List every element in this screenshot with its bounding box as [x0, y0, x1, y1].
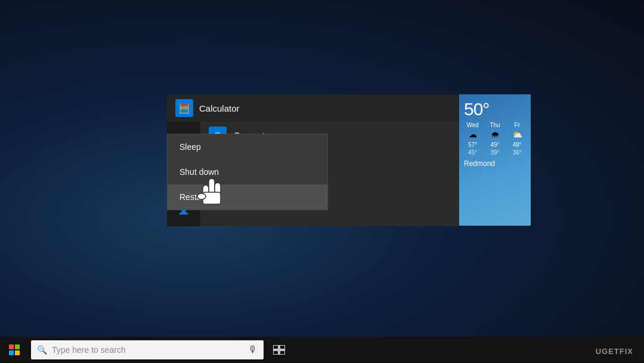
task-view-button[interactable]: [266, 337, 292, 363]
restart-option[interactable]: Restart: [168, 184, 327, 210]
svg-rect-6: [15, 344, 20, 349]
calculator-icon: 🧮: [175, 99, 193, 117]
power-submenu: Sleep Shut down Restart: [167, 134, 328, 210]
weather-day-3: Fr: [506, 122, 528, 128]
svg-rect-12: [280, 350, 285, 355]
svg-rect-8: [15, 350, 20, 355]
weather-icon-1: ☁: [462, 130, 484, 139]
svg-rect-11: [273, 350, 278, 355]
weather-icon-3: ⛅: [506, 130, 528, 139]
search-placeholder: Type here to search: [52, 345, 243, 355]
weather-low-3: 36°: [506, 149, 528, 156]
shutdown-option[interactable]: Shut down: [168, 159, 327, 184]
watermark: UGETFIX: [596, 347, 633, 356]
search-icon: 🔍: [37, 345, 47, 355]
weather-tile: 50° Wed Thu Fr ☁ 🌧 ⛅ 57° 49° 48° 45° 39°…: [459, 94, 531, 226]
weather-icons-row: ☁ 🌧 ⛅: [459, 128, 531, 140]
microphone-icon[interactable]: 🎙: [248, 344, 258, 355]
svg-rect-10: [280, 345, 285, 349]
weather-low-2: 39°: [484, 149, 506, 156]
svg-rect-5: [9, 344, 14, 349]
weather-temperature: 50°: [459, 94, 531, 119]
weather-low-1: 45°: [462, 149, 484, 156]
weather-icon-2: 🌧: [484, 130, 506, 139]
taskbar: 🔍 Type here to search 🎙: [0, 337, 644, 363]
weather-city: Redmond: [459, 156, 531, 171]
search-bar[interactable]: 🔍 Type here to search 🎙: [31, 340, 264, 359]
start-menu-top-strip: 🧮 Calculator: [167, 94, 459, 122]
start-button[interactable]: [0, 337, 29, 363]
weather-day-2: Thu: [484, 122, 506, 128]
weather-lows-row: 45° 39° 36°: [459, 149, 531, 156]
weather-high-2: 49°: [484, 141, 506, 148]
desktop: 50° Wed Thu Fr ☁ 🌧 ⛅ 57° 49° 48° 45° 39°…: [0, 0, 644, 363]
weather-day-1: Wed: [462, 122, 484, 128]
weather-high-1: 57°: [462, 141, 484, 148]
svg-rect-7: [9, 350, 14, 355]
weather-days-row: Wed Thu Fr: [459, 119, 531, 128]
weather-highs-row: 57° 49° 48°: [459, 140, 531, 149]
weather-high-3: 48°: [506, 141, 528, 148]
svg-rect-9: [273, 345, 278, 349]
sleep-option[interactable]: Sleep: [168, 134, 327, 159]
calculator-label: Calculator: [199, 103, 240, 113]
